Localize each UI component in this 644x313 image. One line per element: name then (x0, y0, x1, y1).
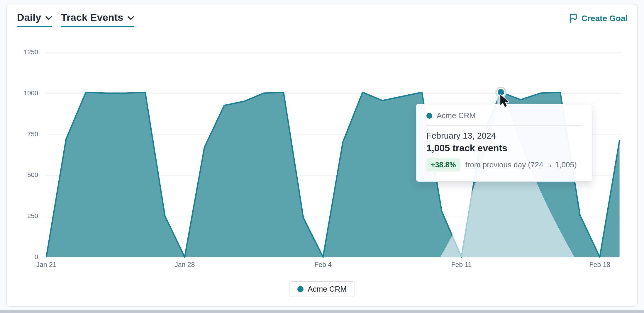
delta-badge: +38.8% (426, 158, 460, 171)
delta-description: from previous day (724 → 1,005) (465, 160, 577, 169)
x-axis-label: Feb 4 (303, 260, 344, 269)
window-bottom-edge (0, 310, 644, 313)
chart-tooltip: Acme CRM February 13, 2024 1,005 track e… (416, 104, 592, 182)
x-axis-label: Jan 21 (26, 260, 67, 269)
chart-legend: Acme CRM (6, 281, 638, 297)
tooltip-divider (426, 125, 582, 126)
y-axis-label: 250 (9, 212, 38, 220)
analytics-page: Daily Track Events Create Goal 025050075… (0, 0, 644, 313)
x-axis-label: Jan 28 (164, 260, 205, 269)
y-axis-label: 750 (9, 130, 38, 139)
tooltip-series-row: Acme CRM (426, 111, 582, 120)
y-axis-label: 500 (9, 171, 38, 179)
x-axis-label: Feb 18 (579, 260, 620, 269)
tooltip-date: February 13, 2024 (426, 131, 582, 141)
legend-label: Acme CRM (308, 285, 347, 294)
series-color-dot (426, 113, 432, 119)
mouse-cursor (499, 94, 509, 109)
tooltip-value: 1,005 track events (426, 143, 582, 154)
series-color-dot (297, 286, 304, 292)
legend-item-acme-crm[interactable]: Acme CRM (289, 281, 355, 297)
x-axis-label: Feb 11 (441, 260, 482, 269)
tooltip-delta-row: +38.8% from previous day (724 → 1,005) (426, 158, 582, 171)
tooltip-series-label: Acme CRM (437, 111, 476, 120)
y-axis-label: 1000 (9, 89, 38, 98)
y-axis-label: 1250 (9, 48, 38, 57)
